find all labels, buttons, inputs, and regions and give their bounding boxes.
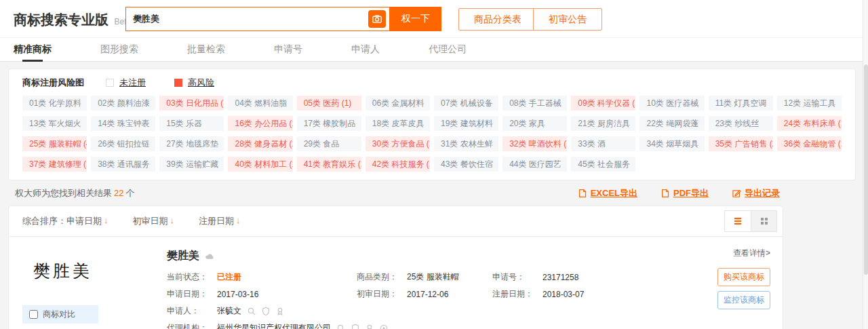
category-chip[interactable]: 26类 钮扣拉链: [91, 136, 155, 151]
category-chip[interactable]: 02类 颜料油漆: [91, 96, 155, 111]
tab[interactable]: 申请人: [351, 38, 380, 62]
tab[interactable]: 申请号: [274, 38, 302, 62]
category-chip[interactable]: 29类 食品: [297, 136, 361, 151]
category-chip[interactable]: 03类 日化用品 (3): [159, 96, 224, 111]
buy-trademark-button[interactable]: 购买该商标: [717, 268, 770, 286]
sort-option[interactable]: 申请日期 ↓: [66, 215, 108, 227]
agency-value[interactable]: 福州华星知识产权代理有限公司: [217, 322, 331, 329]
sort-options: 申请日期 ↓ 初审日期 ↓ 注册日期 ↓: [66, 215, 265, 227]
risk-legend: 未注册 高风险: [106, 77, 243, 89]
category-chip[interactable]: 27类 地毯席垫: [159, 136, 224, 151]
scrollbar-thumb[interactable]: [864, 64, 868, 275]
arrow-down-icon: ↓: [236, 215, 241, 227]
shield-icon[interactable]: [261, 307, 271, 316]
category-chip[interactable]: 18类 皮革皮具: [366, 116, 430, 131]
category-chip[interactable]: 08类 手工器械: [502, 96, 567, 111]
category-chip[interactable]: 34类 烟草烟具: [639, 136, 704, 151]
monitor-trademark-button[interactable]: 监控该商标: [717, 291, 770, 309]
category-chip[interactable]: 30类 方便食品 (1): [366, 136, 430, 151]
category-chip[interactable]: 40类 材料加工 (1): [228, 157, 292, 172]
grid-view-icon[interactable]: [751, 211, 776, 231]
category-chip[interactable]: 43类 餐饮住宿: [434, 157, 498, 172]
preliminary-announcement-button[interactable]: 初审公告: [533, 8, 602, 31]
tab[interactable]: 批量检索: [187, 38, 225, 62]
search-icon[interactable]: [336, 324, 346, 329]
category-chip[interactable]: 23类 纱线丝: [709, 116, 773, 131]
category-chip[interactable]: 32类 啤酒饮料 (2): [502, 136, 567, 151]
legend-item[interactable]: 高风险: [174, 77, 214, 89]
trademark-name[interactable]: 樊胜美: [167, 249, 199, 263]
category-chip[interactable]: 11类 灯具空调: [709, 96, 773, 111]
tab[interactable]: 代理公司: [429, 38, 467, 62]
category-chip[interactable]: 25类 服装鞋帽 (4): [22, 136, 87, 151]
target-icon[interactable]: [379, 324, 389, 329]
category-chip[interactable]: 42类 科技服务 (1): [366, 157, 430, 172]
status-badge: 已注册: [217, 271, 241, 283]
legend-swatch-icon: [174, 79, 182, 87]
category-chip[interactable]: 37类 建筑修理 (1): [22, 157, 87, 172]
shield-icon[interactable]: [351, 324, 360, 329]
badge-icon[interactable]: [275, 307, 285, 316]
category-chip[interactable]: 07类 机械设备: [434, 96, 498, 111]
category-chip[interactable]: 35类 广告销售 (2): [709, 136, 773, 151]
category-chip[interactable]: 09类 科学仪器 (1): [571, 96, 635, 111]
results-prefix: 权大师为您找到相关结果: [15, 188, 112, 198]
category-chip[interactable]: 33类 酒: [571, 136, 635, 151]
category-chip[interactable]: 10类 医疗器械: [639, 96, 704, 111]
category-chip[interactable]: 17类 橡胶制品: [297, 116, 361, 131]
category-chip[interactable]: 24类 布料床单 (1): [777, 116, 842, 131]
category-chip[interactable]: 14类 珠宝钟表: [91, 116, 155, 131]
category-chip[interactable]: 20类 家具: [502, 116, 567, 131]
export-label: 导出记录: [745, 187, 780, 199]
category-chip[interactable]: 01类 化学原料: [22, 96, 87, 111]
search-button[interactable]: 权一下: [390, 7, 441, 31]
category-chip[interactable]: 28类 健身器材 (1): [228, 136, 292, 151]
status-label: 当前状态：: [167, 271, 217, 283]
applicant-value[interactable]: 张毓文: [217, 305, 241, 317]
tab[interactable]: 图形搜索: [100, 38, 138, 62]
category-chip[interactable]: 22类 绳网袋蓬: [639, 116, 704, 131]
export-link[interactable]: PDF导出: [660, 187, 709, 199]
goods-classification-button[interactable]: 商品分类表: [458, 8, 537, 31]
scrollbar[interactable]: [863, 0, 868, 329]
tab[interactable]: 精准商标: [14, 38, 52, 62]
category-chip[interactable]: 45类 社会服务: [571, 157, 635, 172]
sort-option[interactable]: 注册日期 ↓: [199, 215, 241, 227]
category-chip[interactable]: 21类 厨房洁具: [571, 116, 635, 131]
title-wrap: 商标搜索专业版 Beta版: [14, 11, 139, 29]
category-chip[interactable]: 41类 教育娱乐 (1): [297, 157, 361, 172]
category-chip[interactable]: 39类 运输贮藏: [159, 157, 224, 172]
category-chip[interactable]: 31类 农林生鲜: [434, 136, 498, 151]
main-content: 商标注册风险图 未注册 高风险 01类 化学原料02类 颜料油漆03类 日化用品…: [0, 62, 868, 329]
sort-option[interactable]: 初审日期 ↓: [133, 215, 175, 227]
category-chip[interactable]: 06类 金属材料: [366, 96, 430, 111]
search-input[interactable]: [126, 14, 368, 24]
trademark-image[interactable]: 樊胜美: [33, 260, 167, 282]
legend-item[interactable]: 未注册: [106, 77, 146, 89]
export-link[interactable]: EXCEL导出: [578, 187, 637, 199]
category-chip[interactable]: 36类 金融物管 (1): [777, 136, 842, 151]
category-chip[interactable]: 04类 燃料油脂: [228, 96, 292, 111]
category-chip[interactable]: 13类 军火烟火: [22, 116, 87, 131]
result-item: 樊胜美 商标对比 樊胜美 当前状态： 已注册 商品类别：: [9, 237, 783, 329]
compare-checkbox[interactable]: [29, 310, 38, 319]
category-chip[interactable]: 44类 医疗园艺: [502, 157, 567, 172]
view-detail-link[interactable]: 查看详情>: [733, 248, 770, 259]
sort-option-label: 注册日期: [199, 215, 234, 227]
category-chip[interactable]: 15类 乐器: [159, 116, 224, 131]
mark-image-icon[interactable]: [205, 252, 214, 261]
legend-label: 未注册: [119, 77, 146, 89]
application-number-value: 23171258: [542, 273, 578, 282]
compare-chip[interactable]: 商标对比: [22, 305, 98, 324]
category-chip[interactable]: 12类 运输工具: [777, 96, 842, 111]
category-chip[interactable]: 16类 办公用品 (1): [228, 116, 292, 131]
badge-icon[interactable]: [365, 324, 374, 329]
category-chip[interactable]: 05类 医药 (1): [297, 96, 361, 111]
camera-icon[interactable]: [368, 10, 386, 28]
list-view-icon[interactable]: [725, 211, 751, 231]
category-chip[interactable]: 19类 建筑材料: [434, 116, 498, 131]
search-icon[interactable]: [247, 307, 256, 316]
export-link[interactable]: 导出记录: [732, 187, 780, 199]
registration-date-value: 2018-03-07: [542, 290, 584, 299]
category-chip[interactable]: 38类 通讯服务: [91, 157, 155, 172]
